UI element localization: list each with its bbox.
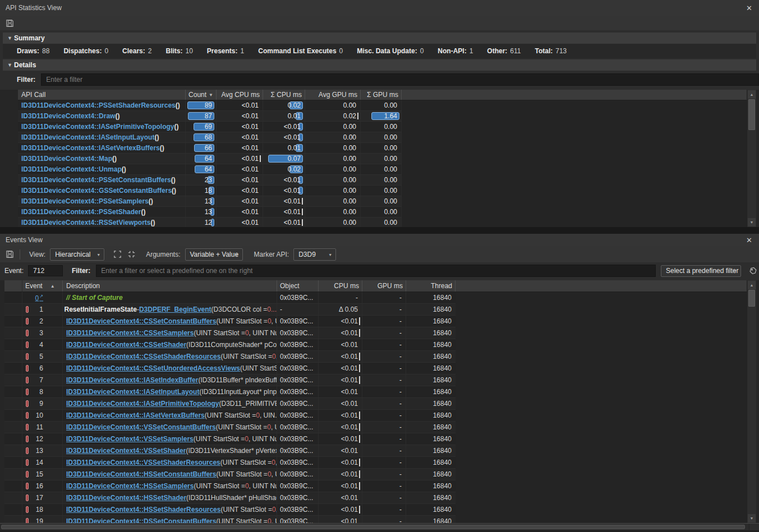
event-row[interactable]: 2ID3D11DeviceContext4::CSSetConstantBuff… [4,316,456,327]
event-row[interactable]: 8ID3D11DeviceContext4::IASetInputLayout(… [4,386,456,398]
description-segment-name[interactable]: ID3D11DeviceContext4::VSSetShader [66,447,186,455]
api-table-row[interactable]: ID3D11DeviceContext4::Unmap()64<0.010.02… [18,164,402,175]
event-row[interactable]: 11ID3D11DeviceContext4::VSSetConstantBuf… [4,422,456,433]
description-segment-name[interactable]: ID3D11DeviceContext4::IASetInputLayout [66,388,199,396]
collapse-all-icon[interactable] [126,249,137,260]
description-segment-name[interactable]: ID3D11DeviceContext4::HSSetConstantBuffe… [66,470,216,478]
api-table-row[interactable]: ID3D11DeviceContext4::IASetPrimitiveTopo… [18,122,402,132]
event-row[interactable]: 9ID3D11DeviceContext4::IASetPrimitiveTop… [4,398,456,410]
event-row[interactable]: 12ID3D11DeviceContext4::VSSetSamplers(UI… [4,433,456,445]
column-header-object[interactable]: Object [277,280,319,292]
column-header-count[interactable]: Count▼ [186,90,217,100]
description-segment-name[interactable]: ID3D11DeviceContext4::IASetVertexBuffers [66,411,205,419]
predefined-filter-dropdown[interactable]: Select a predefined filter ▼ [661,265,741,277]
column-header-avg-gpu[interactable]: Avg GPU ms [305,90,361,100]
api-table-row[interactable]: ID3D11DeviceContext4::PSSetShader()13<0.… [18,207,402,218]
filter-tags-icon[interactable] [746,265,759,276]
api-table-row[interactable]: ID3D11DeviceContext4::PSSetConstantBuffe… [18,175,402,186]
column-header-cpu-ms[interactable]: CPU ms [319,280,362,292]
column-header-thread[interactable]: Thread [406,280,456,292]
events-filter-input[interactable] [96,265,656,277]
events-horizontal-scrollbar[interactable] [0,523,759,530]
scroll-up-icon[interactable]: ▲ [748,281,756,289]
description-segment-name[interactable]: ID3D11DeviceContext4::HSSetShader [66,494,186,502]
api-table-row[interactable]: ID3D11DeviceContext4::Map()64<0.010.070.… [18,154,402,164]
api-table-row[interactable]: ID3D11DeviceContext4::PSSetSamplers()13<… [18,196,402,207]
description-segment-name[interactable]: ID3D11DeviceContext4::CSSetSamplers [66,329,194,337]
api-call-name[interactable]: ID3D11DeviceContext4::IASetVertexBuffers [21,144,160,152]
event-row[interactable]: 4ID3D11DeviceContext4::CSSetShader(ID3D1… [4,339,456,351]
description-segment-name[interactable]: ID3D11DeviceContext4::CSSetUnorderedAcce… [66,364,240,372]
description-segment-name[interactable]: D3DPERF_BeginEvent [139,306,211,313]
view-dropdown[interactable]: Hierarchical ▼ [50,248,104,261]
description-segment-name[interactable]: ID3D11DeviceContext4::CSSetConstantBuffe… [66,317,216,325]
hscrollbar-thumb[interactable] [1,525,745,529]
description-segment-name[interactable]: ID3D11DeviceContext4::CSSetShader [66,341,186,349]
api-call-name[interactable]: ID3D11DeviceContext4::Unmap [21,165,122,173]
event-row[interactable]: 18ID3D11DeviceContext4::HSSetShaderResou… [4,504,456,516]
scroll-down-icon[interactable]: ▼ [748,218,756,226]
marker-api-dropdown[interactable]: D3D9 ▼ [293,248,336,261]
event-row[interactable]: 17ID3D11DeviceContext4::HSSetShader(ID3D… [4,492,456,504]
api-call-name[interactable]: ID3D11DeviceContext4::IASetPrimitiveTopo… [21,123,174,131]
event-number[interactable]: 0↗ [35,294,43,302]
save-icon[interactable] [4,249,15,260]
api-call-name[interactable]: ID3D11DeviceContext4::IASetInputLayout [21,133,154,141]
api-call-name[interactable]: ID3D11DeviceContext4::PSSetConstantBuffe… [21,176,171,184]
event-row[interactable]: 0↗// Start of Capture0x03B9C...--16840 [4,292,456,304]
api-call-name[interactable]: ID3D11DeviceContext4::GSSetConstantBuffe… [21,187,172,195]
event-row[interactable]: 19ID3D11DeviceContext4::DSSetConstantBuf… [4,516,456,523]
expand-all-icon[interactable] [112,249,123,260]
column-header-avg-cpu[interactable]: Avg CPU ms [217,90,263,100]
event-number-field[interactable]: 712 [28,265,63,276]
api-table-row[interactable]: ID3D11DeviceContext4::IASetInputLayout()… [18,132,402,143]
api-scrollbar-thumb[interactable] [748,99,755,130]
description-segment-name[interactable]: ID3D11DeviceContext4::IASetPrimitiveTopo… [66,400,219,408]
description-segment-name[interactable]: ID3D11DeviceContext4::HSSetSamplers [66,482,194,490]
event-row[interactable]: 5ID3D11DeviceContext4::CSSetShaderResour… [4,351,456,363]
description-segment-name[interactable]: ID3D11DeviceContext4::HSSetShaderResourc… [66,506,220,514]
close-icon[interactable]: ✕ [744,3,755,13]
api-table-row[interactable]: ID3D11DeviceContext4::Draw()87<0.010.010… [18,111,402,122]
event-row[interactable]: 3ID3D11DeviceContext4::CSSetSamplers(UIN… [4,327,456,339]
scroll-down-icon[interactable]: ▼ [748,514,756,522]
api-call-name[interactable]: ID3D11DeviceContext4::Map [21,155,112,163]
column-header-sum-gpu[interactable]: Σ GPU ms [361,90,402,100]
event-row[interactable]: 7ID3D11DeviceContext4::IASetIndexBuffer(… [4,374,456,386]
column-header-gpu-ms[interactable]: GPU ms [362,280,406,292]
column-header-api-call[interactable]: API Call [18,90,186,100]
column-header-sum-cpu[interactable]: Σ CPU ms [263,90,305,100]
scroll-up-icon[interactable]: ▲ [748,90,756,99]
event-row[interactable]: 15ID3D11DeviceContext4::HSSetConstantBuf… [4,469,456,480]
api-table-row[interactable]: ID3D11DeviceContext4::IASetVertexBuffers… [18,143,402,154]
description-segment-name[interactable]: ID3D11DeviceContext4::CSSetShaderResourc… [66,353,220,360]
event-row[interactable]: 10ID3D11DeviceContext4::IASetVertexBuffe… [4,410,456,422]
description-segment-name[interactable]: ID3D11DeviceContext4::VSSetSamplers [66,435,194,443]
close-icon[interactable]: ✕ [744,235,755,245]
column-header-event[interactable]: Event▲ [22,280,63,292]
summary-section-header[interactable]: ▼ Summary [3,33,756,44]
api-table-row[interactable]: ID3D11DeviceContext4::PSSetShaderResourc… [18,100,402,111]
save-icon[interactable] [4,18,15,29]
event-row[interactable]: 1▼ResetInitialFrameState - D3DPERF_Begin… [4,304,456,316]
events-vertical-scrollbar[interactable]: ▲ ▼ [747,280,756,523]
api-table-row[interactable]: ID3D11DeviceContext4::GSSetConstantBuffe… [18,186,402,196]
event-row[interactable]: 6ID3D11DeviceContext4::CSSetUnorderedAcc… [4,363,456,374]
api-call-name[interactable]: ID3D11DeviceContext4::PSSetSamplers [21,197,149,205]
description-segment-name[interactable]: ID3D11DeviceContext4::VSSetShaderResourc… [66,459,220,466]
description-segment-name[interactable]: ID3D11DeviceContext4::VSSetConstantBuffe… [66,423,216,431]
description-segment-name[interactable]: ID3D11DeviceContext4::DSSetConstantBuffe… [66,517,216,523]
api-table-row[interactable]: ID3D11DeviceContext4::RSSetViewports()12… [18,218,402,227]
api-call-name[interactable]: ID3D11DeviceContext4::PSSetShader [21,208,141,216]
api-vertical-scrollbar[interactable]: ▲ ▼ [747,90,756,227]
event-row[interactable]: 14ID3D11DeviceContext4::VSSetShaderResou… [4,457,456,469]
event-row[interactable]: 16ID3D11DeviceContext4::HSSetSamplers(UI… [4,480,456,492]
api-call-name[interactable]: ID3D11DeviceContext4::RSSetViewports [21,219,151,226]
events-scrollbar-thumb[interactable] [748,290,755,307]
details-section-header[interactable]: ▼ Details [3,59,756,71]
arguments-dropdown[interactable]: Variable + Value ▼ [185,248,243,261]
api-filter-input[interactable] [41,73,759,86]
event-row[interactable]: 13ID3D11DeviceContext4::VSSetShader(ID3D… [4,445,456,457]
api-call-name[interactable]: ID3D11DeviceContext4::PSSetShaderResourc… [21,101,176,109]
column-header-description[interactable]: Description [63,280,277,292]
